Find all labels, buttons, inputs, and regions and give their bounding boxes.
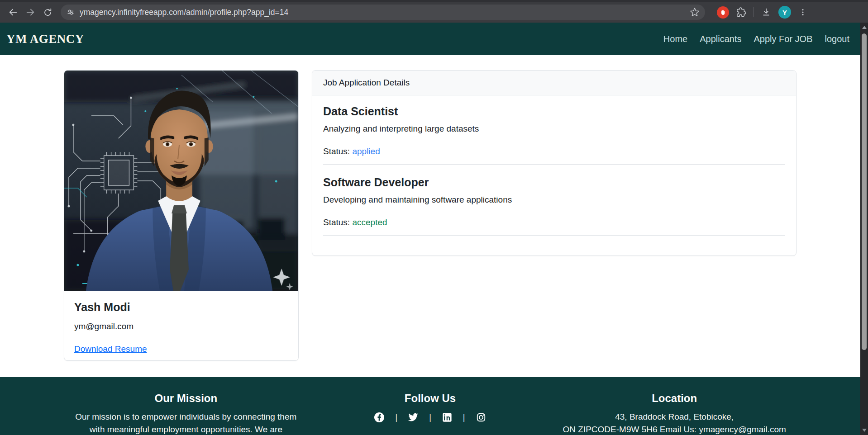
download-resume-link[interactable]: Download Resume <box>74 344 147 354</box>
reload-button[interactable] <box>40 5 55 20</box>
job-title: Data Scientist <box>323 104 785 118</box>
location-line2: ON ZIPCODE-M9W 5H6 Email Us: ymagency@gm… <box>552 423 796 435</box>
mission-text: Our mission is to empower individuals by… <box>73 411 299 435</box>
back-button[interactable] <box>5 5 21 20</box>
back-arrow-icon <box>8 7 18 17</box>
profile-info: Yash Modi ym@gmail.com Download Resume <box>64 291 298 364</box>
forward-button[interactable] <box>23 5 38 20</box>
nav-link-home[interactable]: Home <box>663 34 687 44</box>
separator: | <box>429 413 431 422</box>
instagram-icon <box>476 412 486 422</box>
status-label: Status: <box>323 147 350 156</box>
applicant-name: Yash Modi <box>74 300 288 314</box>
instagram-link[interactable] <box>475 411 487 423</box>
social-links: | | | <box>308 411 553 423</box>
profile-photo <box>64 71 298 291</box>
brand-logo[interactable]: YM AGENCY <box>6 32 84 46</box>
job-application-details-card: Job Application Details Data Scientist A… <box>312 70 796 256</box>
status-value: accepted <box>352 218 387 227</box>
twitter-icon <box>408 412 419 423</box>
nav-link-apply-for-job[interactable]: Apply For JOB <box>754 34 812 44</box>
url-text[interactable]: ymagency.infinityfreeapp.com/admin/profi… <box>80 8 690 17</box>
hand-icon <box>719 9 727 16</box>
footer-follow-column: Follow Us | | | <box>308 377 553 435</box>
footer-mission-column: Our Mission Our mission is to empower in… <box>64 377 308 435</box>
site-navbar: YM AGENCY Home Applicants Apply For JOB … <box>0 23 868 55</box>
menu-dots-icon[interactable] <box>798 8 807 17</box>
status-value: applied <box>352 147 380 156</box>
extensions-puzzle-icon[interactable] <box>736 7 746 17</box>
divider <box>323 164 785 165</box>
job-status: Status: applied <box>323 146 785 157</box>
application-item: Software Developer Developing and mainta… <box>323 175 785 236</box>
footer-location-column: Location 43, Braddock Road, Etobicoke, O… <box>552 377 796 435</box>
status-label: Status: <box>323 218 350 227</box>
facebook-link[interactable] <box>373 411 385 423</box>
follow-title: Follow Us <box>308 392 553 405</box>
nav-link-logout[interactable]: logout <box>825 34 850 44</box>
application-item: Data Scientist Analyzing and interpretin… <box>323 104 785 165</box>
main-content: Yash Modi ym@gmail.com Download Resume J… <box>0 55 868 377</box>
page-scrollbar[interactable] <box>860 23 868 435</box>
scrollbar-up-arrow[interactable] <box>862 26 867 29</box>
nav-link-applicants[interactable]: Applicants <box>700 34 741 44</box>
site-info-icon[interactable] <box>66 8 75 17</box>
card-body: Data Scientist Analyzing and interpretin… <box>312 95 796 236</box>
scrollbar-thumb[interactable] <box>862 33 867 350</box>
reload-icon <box>43 8 52 17</box>
job-title: Software Developer <box>323 175 785 189</box>
job-status: Status: accepted <box>323 217 785 228</box>
facebook-icon <box>374 412 385 423</box>
applicant-photo-illustration <box>64 71 298 291</box>
job-description: Developing and maintaining software appl… <box>323 194 785 205</box>
page-footer: Our Mission Our mission is to empower in… <box>0 377 868 435</box>
downloads-icon[interactable] <box>761 7 771 17</box>
separator: | <box>463 413 465 422</box>
location-line1: 43, Braddock Road, Etobicoke, <box>552 411 796 423</box>
browser-profile-avatar[interactable]: Y <box>778 6 791 19</box>
applicant-email: ym@gmail.com <box>74 321 288 332</box>
linkedin-link[interactable] <box>441 411 453 423</box>
twitter-link[interactable] <box>407 411 419 423</box>
separator: | <box>395 413 397 422</box>
card-header: Job Application Details <box>312 71 796 95</box>
mission-title: Our Mission <box>64 392 308 405</box>
nav-links: Home Applicants Apply For JOB logout <box>663 34 849 44</box>
browser-toolbar: ymagency.infinityfreeapp.com/admin/profi… <box>0 0 868 23</box>
toolbar-divider <box>754 7 754 17</box>
linkedin-icon <box>442 412 452 422</box>
toolbar-actions: Y <box>717 6 807 19</box>
bookmark-star-icon[interactable] <box>690 7 700 17</box>
applicant-profile-card: Yash Modi ym@gmail.com Download Resume <box>64 70 299 361</box>
scrollbar-down-arrow[interactable] <box>862 429 867 432</box>
forward-arrow-icon <box>25 7 35 17</box>
url-bar[interactable]: ymagency.infinityfreeapp.com/admin/profi… <box>61 5 705 20</box>
location-title: Location <box>552 392 796 405</box>
adblock-extension-icon[interactable] <box>717 6 729 19</box>
divider <box>323 235 785 236</box>
job-description: Analyzing and interpreting large dataset… <box>323 123 785 134</box>
